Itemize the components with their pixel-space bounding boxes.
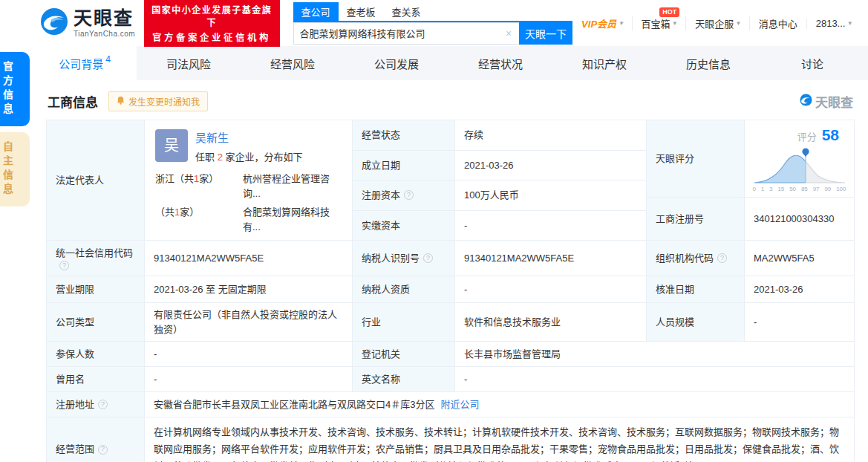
tianyancha-swirl-icon [40,7,68,39]
field-value-approve-date: 2021-03-26 [745,276,855,303]
score-chart: 评分 58 [745,120,855,198]
field-value-company-type: 有限责任公司（非自然人投资或控股的法人独资） [145,303,353,342]
distribution-row: 浙江（共1家） 杭州誉程企业管理咨询... [155,172,343,201]
tab-count: 4 [105,54,111,65]
field-value-org-code: MA2WW5FA5 [745,241,855,276]
field-value-scope: 在计算机网络专业领域内从事技术开发、技术咨询、技术服务、技术转让；计算机软硬件技… [145,417,855,462]
menu-toolbox[interactable]: HOT 百宝箱 ▾ [632,16,686,30]
field-label-reg-no: 工商注册号 [647,198,745,241]
field-value-address: 安徽省合肥市长丰县双凤工业区淮南北路与双凤路交口4＃库3分区 附近公司 [145,392,855,417]
field-label-score: 天眼评分 [647,120,745,198]
help-icon[interactable]: ? [98,400,108,409]
field-label-tax-id: 纳税人识别号? [353,241,455,276]
field-label-company-type: 公司类型 [47,303,145,342]
chevron-down-icon: ▾ [673,19,677,27]
top-header: 天眼查 TianYanCha.com 国家中小企业发展子基金旗下 官方备案企业征… [0,0,868,46]
field-label-industry: 行业 [353,303,455,342]
legal-rep-cell: 吴 吴新生 任职 2 家企业，分布如下 浙江（共1家） 杭州誉程企业管理咨询..… [145,120,353,241]
help-icon[interactable]: ? [404,190,414,200]
tab-history-info[interactable]: 历史信息 [656,46,760,80]
chevron-down-icon: ▾ [619,19,623,27]
search-tab-relation[interactable]: 查关系 [384,2,429,21]
tab-intellectual-property[interactable]: 知识产权 [552,46,656,80]
field-label-tax-quali: 纳税人资质 [353,276,455,303]
avatar[interactable]: 吴 [155,129,188,162]
score-bell-curve [753,147,846,184]
field-value-authority: 长丰县市场监督管理局 [455,342,855,367]
field-label-insured: 参保人数 [47,342,145,367]
menu-message-center[interactable]: 消息中心 [749,16,806,30]
chevron-down-icon: ▾ [737,19,740,27]
tab-company-development[interactable]: 公司发展 [345,46,448,80]
related-company-link[interactable]: 合肥菜划算网络科技有... [243,205,343,234]
side-tabs: 官方信息 自主信息 [0,52,30,212]
tab-company-background[interactable]: 公司背景 4 [33,46,137,80]
field-label-address: 注册地址? [47,392,145,417]
help-icon[interactable]: ? [717,253,727,263]
chevron-down-icon: ▾ [848,19,852,27]
field-value-english-name: - [455,367,855,392]
search-button[interactable]: 天眼一下 [519,22,572,45]
field-value-term: 2021-03-26 至 无固定期限 [145,276,353,303]
field-value-reg-capital: 100万人民币 [455,180,647,211]
menu-enterprise-service[interactable]: 天眼企服 ▾ [685,16,749,30]
field-value-tax-id: 91340121MA2WW5FA5E [455,241,647,276]
field-label-former-name: 曾用名 [47,367,145,392]
tianyancha-swirl-icon [800,94,812,110]
help-icon[interactable]: ? [423,253,433,263]
search-tab-boss[interactable]: 查老板 [339,2,384,21]
search-tabs: 查公司 查老板 查关系 [293,2,573,22]
legal-rep-name-link[interactable]: 吴新生 [195,130,229,147]
nearby-companies-link[interactable]: 附近公司 [440,397,479,412]
field-value-staff-size: - [745,303,855,342]
score-axis: 0131550859799100 [753,185,846,194]
field-value-insured: - [145,342,353,367]
field-label-authority: 登记机关 [353,342,455,367]
search-area: 查公司 查老板 查关系 × 天眼一下 [293,2,573,45]
field-label-approve-date: 核准日期 [647,276,745,303]
search-input-wrap: × [293,22,520,45]
field-label-status: 经营状态 [353,120,455,151]
business-info-table: 法定代表人 吴 吴新生 任职 2 家企业，分布如下 浙江（共1家） 杭州誉程企业… [46,120,855,462]
brand-domain: TianYanCha.com [74,30,135,38]
legal-rep-serve-line: 任职 2 家企业，分布如下 [195,150,302,165]
bell-icon [117,96,125,107]
notify-change-button[interactable]: 发生变更时通知我 [108,91,208,111]
field-value-tax-quali: - [455,276,647,303]
related-company-link[interactable]: 杭州誉程企业管理咨询... [243,172,343,201]
field-label-paid-capital: 实缴资本 [353,211,455,241]
header-menu: VIP会员 ▾ HOT 百宝箱 ▾ 天眼企服 ▾ 消息中心 2813... ▾ [572,10,868,36]
menu-account[interactable]: 2813... ▾ [806,18,861,29]
side-tab-official-info[interactable]: 官方信息 [0,52,30,126]
field-label-staff-size: 人员规模 [647,303,745,342]
help-icon[interactable]: ? [59,261,69,270]
field-label-english-name: 英文名称 [353,367,455,392]
field-value-reg-no: 340121000304330 [745,198,855,241]
field-label-org-code: 组织机构代码? [647,241,745,276]
field-value-established: 2021-03-26 [455,151,647,181]
clear-search-icon[interactable]: × [504,27,513,39]
tab-operation-risk[interactable]: 经营风险 [241,46,345,80]
field-value-industry: 软件和信息技术服务业 [455,303,647,342]
field-label-term: 营业期限 [47,276,145,303]
menu-vip[interactable]: VIP会员 ▾ [572,16,632,30]
tianyancha-logo[interactable]: 天眼查 TianYanCha.com [40,7,135,39]
side-tab-self-info[interactable]: 自主信息 [0,132,30,206]
tab-discussion[interactable]: 讨论 [760,46,864,80]
tab-judicial-risk[interactable]: 司法风险 [137,46,241,80]
search-tab-company[interactable]: 查公司 [293,2,339,21]
field-label-credit-code: 统一社会信用代码? [47,241,145,276]
help-icon[interactable]: ? [98,445,108,455]
field-value-credit-code: 91340121MA2WW5FA5E [145,241,353,276]
watermark-logo: 天眼查 [800,92,853,111]
distribution-row: （共1家） 合肥菜划算网络科技有... [155,205,343,234]
search-input[interactable] [300,27,504,39]
field-value-former-name: - [145,367,353,392]
field-label-reg-capital: 注册资本? [353,180,455,211]
gov-certification-badge: 国家中小企业发展子基金旗下 官方备案企业征信机构 [144,0,279,47]
field-value-paid-capital: - [455,211,647,241]
score-word: 评分 [797,130,817,145]
tab-operation-status[interactable]: 经营状况 [448,46,552,80]
business-info-card: 工商信息 发生变更时通知我 天眼查 法定代表人 吴 吴新生 任职 2 家企 [33,80,868,462]
brand-name: 天眼查 [74,9,135,27]
